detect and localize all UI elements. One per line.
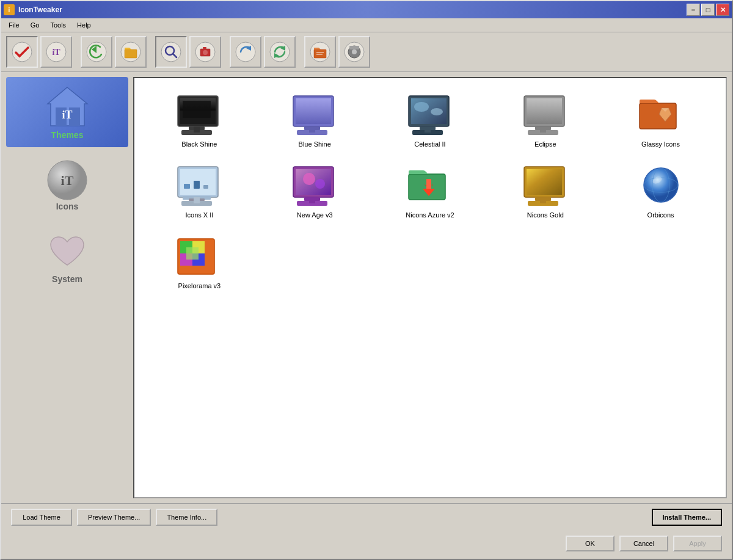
menu-go[interactable]: Go xyxy=(26,20,45,30)
theme-nicons-gold-icon xyxy=(521,165,570,208)
theme-new-age-v3-icon xyxy=(290,165,339,208)
svg-rect-95 xyxy=(186,247,199,260)
load-theme-button[interactable]: Load Theme xyxy=(11,509,72,526)
dialog-bottom: OK Cancel Apply xyxy=(1,531,732,559)
svg-text:iT: iT xyxy=(61,173,74,188)
menu-file[interactable]: File xyxy=(4,20,24,30)
toolbar-search-button[interactable] xyxy=(155,36,187,68)
svg-rect-85 xyxy=(540,197,546,203)
theme-glassy-icons[interactable]: Glassy Icons xyxy=(605,88,716,154)
ok-button[interactable]: OK xyxy=(566,536,614,551)
theme-orbicons[interactable]: Orbicons xyxy=(605,159,716,225)
apply-button[interactable]: Apply xyxy=(673,536,722,551)
svg-point-73 xyxy=(315,179,325,189)
toolbar-open-folder-button[interactable] xyxy=(304,36,336,68)
theme-celestial-ii-icon xyxy=(406,94,454,137)
theme-nicons-azure-v2[interactable]: Nicons Azure v2 xyxy=(375,159,486,225)
theme-icons-x-ii[interactable]: Icons X II xyxy=(144,159,255,225)
theme-nicons-azure-v2-icon xyxy=(406,165,454,208)
svg-rect-6 xyxy=(125,49,137,58)
sidebar-themes-label: Themes xyxy=(51,130,84,140)
theme-new-age-v3-label: New Age v3 xyxy=(297,211,333,219)
svg-point-49 xyxy=(431,108,443,115)
menu-help[interactable]: Help xyxy=(72,20,96,30)
toolbar-separator-3 xyxy=(224,36,227,68)
theme-glassy-icons-label: Glassy Icons xyxy=(641,140,680,148)
toolbar-it-button[interactable]: iT xyxy=(40,36,72,68)
theme-nicons-gold[interactable]: Nicons Gold xyxy=(490,159,600,225)
system-sidebar-icon xyxy=(46,231,89,274)
theme-celestial-ii-label: Celestial II xyxy=(414,140,445,148)
theme-eclipse-icon xyxy=(521,94,570,137)
sidebar-item-system[interactable]: System xyxy=(6,222,128,293)
preview-theme-button[interactable]: Preview Theme... xyxy=(77,509,151,526)
minimize-button[interactable]: − xyxy=(687,4,700,16)
bottom-bar: Load Theme Preview Theme... Theme Info..… xyxy=(1,503,732,531)
svg-point-12 xyxy=(203,50,208,55)
close-button[interactable]: ✕ xyxy=(716,4,729,16)
svg-rect-52 xyxy=(425,126,431,133)
sidebar: iT Themes iT Icons xyxy=(6,77,128,498)
sidebar-system-label: System xyxy=(52,274,82,284)
theme-blue-shine-icon xyxy=(290,94,339,137)
theme-eclipse[interactable]: Eclipse xyxy=(490,88,600,154)
svg-rect-54 xyxy=(527,98,562,124)
install-theme-button[interactable]: Install Theme... xyxy=(652,509,722,526)
svg-point-86 xyxy=(644,168,678,202)
menu-tools[interactable]: Tools xyxy=(45,20,71,30)
window-controls: − □ ✕ xyxy=(687,4,729,16)
theme-icons-x-ii-label: Icons X II xyxy=(185,211,213,219)
svg-rect-82 xyxy=(527,169,562,195)
sidebar-icons-label: Icons xyxy=(56,202,79,211)
theme-new-age-v3[interactable]: New Age v3 xyxy=(260,159,370,225)
menu-bar: File Go Tools Help xyxy=(1,18,732,32)
window-title: IconTweaker xyxy=(18,5,687,14)
theme-pixelorama-v3-label: Pixelorama v3 xyxy=(178,282,221,289)
toolbar-sync-button[interactable] xyxy=(264,36,296,68)
toolbar-disk-button[interactable] xyxy=(338,36,370,68)
svg-point-7 xyxy=(161,42,181,62)
toolbar-separator-4 xyxy=(298,36,302,68)
theme-blue-shine-label: Blue Shine xyxy=(299,140,331,148)
svg-rect-45 xyxy=(309,126,315,133)
maximize-button[interactable]: □ xyxy=(701,4,715,16)
themes-grid: Black Shine xyxy=(133,77,727,498)
theme-pixelorama-v3[interactable]: Pixelorama v3 xyxy=(144,230,255,296)
svg-rect-64 xyxy=(194,181,200,189)
sidebar-item-icons[interactable]: iT Icons xyxy=(6,150,128,220)
svg-rect-76 xyxy=(309,197,315,203)
theme-nicons-gold-label: Nicons Gold xyxy=(527,211,564,219)
svg-text:iT: iT xyxy=(62,109,72,121)
main-content: iT Themes iT Icons xyxy=(1,72,732,503)
theme-blue-shine[interactable]: Blue Shine xyxy=(260,88,370,154)
theme-black-shine-label: Black Shine xyxy=(181,140,217,148)
theme-eclipse-label: Eclipse xyxy=(534,140,556,148)
svg-rect-69 xyxy=(194,197,200,203)
svg-point-25 xyxy=(352,49,357,54)
toolbar-separator-2 xyxy=(149,36,153,68)
svg-rect-63 xyxy=(184,184,190,189)
toolbar-folder-button[interactable] xyxy=(115,36,147,68)
svg-point-48 xyxy=(414,102,429,112)
theme-black-shine-icon xyxy=(175,94,224,137)
toolbar-refresh-button[interactable] xyxy=(230,36,261,68)
toolbar-check-button[interactable] xyxy=(6,36,38,68)
toolbar-back-button[interactable] xyxy=(81,36,112,68)
icons-sidebar-icon: iT xyxy=(46,159,89,202)
theme-orbicons-label: Orbicons xyxy=(647,211,674,219)
svg-text:iT: iT xyxy=(52,48,60,57)
themes-icon: iT xyxy=(45,84,90,130)
svg-rect-38 xyxy=(183,101,211,118)
theme-celestial-ii[interactable]: Celestial II xyxy=(375,88,486,154)
svg-rect-65 xyxy=(203,185,208,189)
sidebar-item-themes[interactable]: iT Themes xyxy=(6,77,128,147)
main-window: i IconTweaker − □ ✕ File Go Tools Help i… xyxy=(0,0,733,560)
svg-rect-13 xyxy=(203,47,206,49)
toolbar-capture-button[interactable] xyxy=(189,36,221,68)
svg-rect-58 xyxy=(640,103,676,129)
theme-nicons-azure-v2-label: Nicons Azure v2 xyxy=(406,211,454,219)
cancel-button[interactable]: Cancel xyxy=(619,536,668,551)
theme-info-button[interactable]: Theme Info... xyxy=(156,509,217,526)
svg-rect-57 xyxy=(540,126,546,133)
theme-black-shine[interactable]: Black Shine xyxy=(144,88,255,154)
